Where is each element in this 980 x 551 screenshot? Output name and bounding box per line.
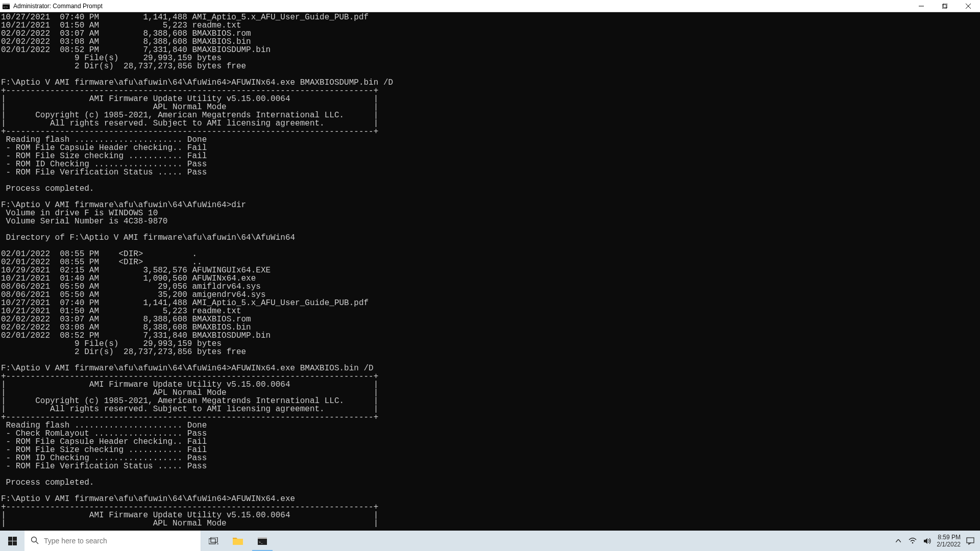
taskbar-clock[interactable]: 8:59 PM 2/1/2022 [937, 534, 961, 548]
search-placeholder: Type here to search [44, 537, 107, 545]
svg-text:>_: >_ [259, 540, 263, 544]
maximize-button[interactable] [933, 0, 957, 12]
svg-line-13 [36, 541, 39, 544]
svg-rect-21 [967, 538, 974, 543]
svg-rect-5 [943, 4, 947, 8]
volume-icon[interactable] [922, 536, 932, 545]
terminal-output[interactable]: 10/27/2021 07:40 PM 1,141,488 AMI_Aptio_… [0, 12, 980, 535]
svg-rect-9 [13, 537, 17, 541]
task-view-button[interactable] [201, 531, 226, 551]
titlebar[interactable]: C:\ Administrator: Command Prompt [0, 0, 980, 12]
window-title: Administrator: Command Prompt [13, 3, 103, 10]
wifi-icon[interactable] [908, 536, 917, 545]
start-button[interactable] [0, 531, 24, 551]
svg-rect-8 [8, 537, 12, 541]
cmd-icon: C:\ [2, 2, 10, 10]
svg-rect-18 [258, 537, 267, 539]
system-tray: 8:59 PM 2/1/2022 [889, 531, 980, 551]
svg-rect-1 [3, 3, 10, 5]
svg-text:C:\: C:\ [4, 5, 8, 9]
minimize-button[interactable] [910, 0, 933, 12]
svg-rect-10 [8, 541, 12, 545]
taskbar: Type here to search >_ [0, 531, 980, 551]
close-button[interactable] [957, 0, 980, 12]
command-prompt-window: C:\ Administrator: Command Prompt 10/27/… [0, 0, 980, 535]
clock-date: 2/1/2022 [937, 541, 961, 548]
tray-overflow-icon[interactable] [894, 536, 903, 545]
svg-rect-4 [942, 5, 946, 9]
svg-rect-11 [13, 541, 17, 545]
svg-rect-15 [211, 537, 217, 542]
svg-point-20 [912, 542, 914, 544]
svg-point-12 [32, 537, 37, 542]
clock-time: 8:59 PM [937, 534, 961, 541]
svg-rect-14 [209, 539, 215, 544]
taskbar-file-explorer[interactable] [226, 531, 250, 551]
action-center-icon[interactable] [966, 536, 975, 545]
search-icon [31, 536, 39, 546]
search-box[interactable]: Type here to search [24, 531, 201, 551]
taskbar-command-prompt[interactable]: >_ [250, 531, 275, 551]
